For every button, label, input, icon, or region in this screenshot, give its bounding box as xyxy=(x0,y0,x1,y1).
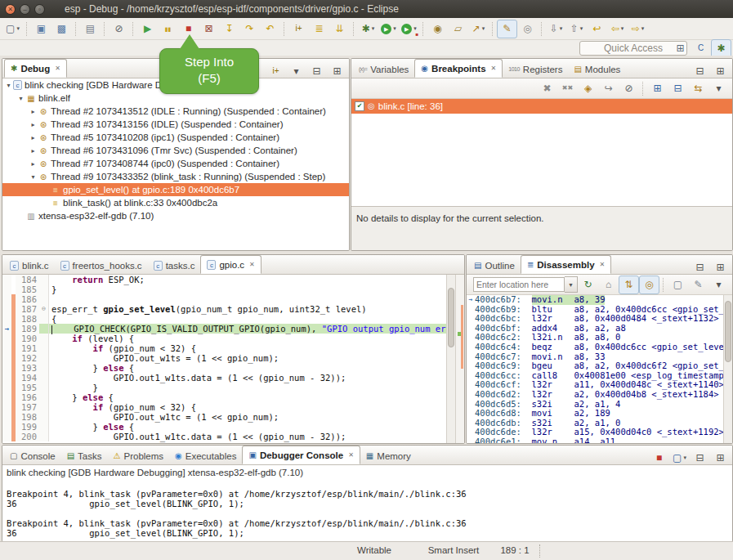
tab-tasks-c[interactable]: ctasks.c xyxy=(148,257,201,274)
tree-twistie-icon[interactable]: ▸ xyxy=(29,160,38,168)
tree-twistie-icon[interactable]: ▸ xyxy=(29,108,38,115)
instruction-stepping-toggle[interactable]: i+ xyxy=(266,61,286,80)
debug-tree-item[interactable]: ▾⊛Thread #9 1073433352 (blink_task : Run… xyxy=(2,170,349,183)
code-editor[interactable]: 184 return ESP_OK;185}186 187⊖esp_err_t … xyxy=(2,275,464,443)
run-button[interactable]: ▶▾ xyxy=(378,20,399,38)
skip-all-breakpoints-toggle[interactable]: ⊘ xyxy=(619,79,639,98)
debug-button[interactable]: ✱▾ xyxy=(358,20,378,38)
save-all-button[interactable]: ▩ xyxy=(51,20,72,38)
disassembly-line[interactable]: 400dc6e1: mov.na14, a11 xyxy=(467,437,732,443)
view-menu-button[interactable]: ▾ xyxy=(708,276,729,294)
console-output[interactable]: blink checking [GDB Hardware Debugging] … xyxy=(2,465,732,541)
external-tools-button[interactable]: ▶■▾ xyxy=(399,20,419,38)
debug-tree-item[interactable]: ▥xtensa-esp32-elf-gdb (7.10) xyxy=(2,209,349,222)
skip-all-breakpoints-button[interactable]: ⊘ xyxy=(109,20,129,38)
minimize-button[interactable]: ⊟ xyxy=(690,61,710,80)
open-resource-button[interactable]: ▱ xyxy=(448,20,468,38)
disassembly-listing[interactable]: →400dc6b7: movi.na8, 39400dc6b9: bltua8,… xyxy=(467,295,732,443)
code-line[interactable]: 185} xyxy=(2,284,464,294)
maximize-button[interactable]: ⊞ xyxy=(327,61,347,80)
suspend-button[interactable]: ▮▮ xyxy=(158,20,178,38)
resume-button[interactable]: ▶ xyxy=(137,20,158,38)
code-line[interactable]: 198 GPIO.out_w1tc = (1 << gpio_num); xyxy=(2,412,464,422)
code-line[interactable]: 187⊖esp_err_t gpio_set_level(gpio_num_t … xyxy=(2,304,464,314)
window-minimize-icon[interactable]: – xyxy=(20,4,30,15)
location-input[interactable] xyxy=(473,277,565,292)
breakpoints-list[interactable]: ✔ ◎ blink.c [line: 36] xyxy=(351,99,732,206)
breakpoint-row[interactable]: ✔ ◎ blink.c [line: 36] xyxy=(351,99,732,114)
forward-button[interactable]: ⇨▾ xyxy=(628,20,648,38)
tab-breakpoints[interactable]: ◉Breakpoints✕ xyxy=(414,59,503,78)
tab-blink-c[interactable]: cblink.c xyxy=(4,257,55,274)
minimize-button[interactable]: ⊟ xyxy=(690,448,710,467)
show-breakpoints-for-button[interactable]: ◈ xyxy=(578,79,598,98)
tree-twistie-icon[interactable]: ▸ xyxy=(29,134,38,141)
close-tab-icon[interactable]: ✕ xyxy=(55,65,60,72)
tree-twistie-icon[interactable]: ▾ xyxy=(29,173,38,181)
close-tab-icon[interactable]: ✕ xyxy=(249,261,255,268)
tab-disassembly[interactable]: ≣Disassembly✕ xyxy=(521,255,611,274)
tree-twistie-icon[interactable]: ▾ xyxy=(4,82,13,89)
debug-tree-item[interactable]: ▸⊛Thread #6 1073431096 (Tmr Svc) (Suspen… xyxy=(2,144,349,157)
debug-tree-item[interactable]: ≡gpio_set_level() at gpio.c:189 0x400dc6… xyxy=(2,183,349,196)
previous-annotation-button[interactable]: ⇧▾ xyxy=(566,20,587,38)
code-line[interactable]: 193 } else { xyxy=(2,363,464,373)
disassembly-scrollbar[interactable] xyxy=(723,295,732,443)
save-button[interactable]: ▣ xyxy=(31,20,51,38)
code-line[interactable]: 195 } xyxy=(2,383,464,392)
tab-gpio-c[interactable]: cgpio.c✕ xyxy=(200,255,261,274)
maximize-button[interactable]: ⊞ xyxy=(710,448,731,467)
expand-all-button[interactable]: ⊞ xyxy=(647,79,668,98)
tab-console[interactable]: ▢Console xyxy=(4,447,61,464)
collapse-all-button[interactable]: ⊟ xyxy=(668,79,688,98)
debug-tree-item[interactable]: ≡blink_task() at blink.c:33 0x400dbc2a xyxy=(2,196,349,209)
code-line[interactable]: 199 } else { xyxy=(2,422,464,432)
overview-annotation-changes[interactable] xyxy=(461,305,463,369)
debug-tree-item[interactable]: ▸⊛Thread #7 1073408744 (ipc0) (Suspended… xyxy=(2,157,349,170)
tab-memory[interactable]: ▦Memory xyxy=(360,447,417,464)
sync-active-context-toggle[interactable]: ⇅ xyxy=(619,276,639,294)
open-type-button[interactable]: ◉ xyxy=(427,20,448,38)
close-tab-icon[interactable]: ✕ xyxy=(491,65,497,72)
code-line[interactable]: 191 if (gpio_num < 32) { xyxy=(2,343,464,353)
new-wizard-button[interactable]: ▢▾ xyxy=(2,20,23,38)
maximize-button[interactable]: ⊞ xyxy=(710,61,731,80)
use-step-filters-button[interactable]: ≣ xyxy=(309,20,329,38)
tab-registers[interactable]: 1010Registers xyxy=(503,60,568,78)
tab-debugger-console[interactable]: ▣Debugger Console✕ xyxy=(242,446,360,464)
code-line[interactable]: 200 GPIO.out1_w1tc.data = (1 << (gpio_nu… xyxy=(2,432,464,441)
tree-twistie-icon[interactable]: ▸ xyxy=(29,147,38,155)
window-close-icon[interactable]: ✕ xyxy=(5,4,16,15)
breakpoint-checkbox[interactable]: ✔ xyxy=(355,101,364,111)
debug-tree-item[interactable]: ▸⊛Thread #5 1073410208 (ipc1) (Suspended… xyxy=(2,131,349,144)
tab-freertos-hooks-c[interactable]: cfreertos_hooks.c xyxy=(55,257,148,274)
tab-problems[interactable]: ⚠Problems xyxy=(108,447,170,464)
go-to-file-button[interactable]: ↪ xyxy=(598,79,619,98)
display-console-button[interactable]: ▢▾ xyxy=(669,448,690,467)
tab-debug[interactable]: ✱Debug✕ xyxy=(4,59,67,78)
window-maximize-icon[interactable]: ▫ xyxy=(34,4,45,15)
back-button[interactable]: ⇦▾ xyxy=(607,20,628,38)
step-into-button[interactable]: ↧ xyxy=(219,20,239,38)
minimize-button[interactable]: ⊟ xyxy=(690,258,710,276)
tab-tasks[interactable]: ▤Tasks xyxy=(61,447,108,464)
code-line[interactable]: 194 GPIO.out1_w1ts.data = (1 << (gpio_nu… xyxy=(2,373,464,383)
close-tab-icon[interactable]: ✕ xyxy=(600,261,606,268)
step-return-button[interactable]: ↶ xyxy=(260,20,280,38)
close-tab-icon[interactable]: ✕ xyxy=(348,451,354,459)
debug-tree-item[interactable]: ▸⊛Thread #3 1073413156 (IDLE) (Suspended… xyxy=(2,118,349,131)
tab-variables[interactable]: (x)=Variables xyxy=(353,60,414,78)
last-edit-location-button[interactable]: ↩ xyxy=(587,20,607,38)
code-line[interactable]: 196 } else { xyxy=(2,392,464,402)
track-expression-toggle[interactable]: ◎ xyxy=(639,276,659,294)
code-line[interactable]: 186 xyxy=(2,294,464,304)
view-menu-button[interactable]: ▾ xyxy=(708,79,729,98)
home-button[interactable]: ⌂ xyxy=(598,276,619,294)
mark-occurrences-button[interactable]: ✎ xyxy=(497,20,517,38)
save-as-button[interactable]: ▤ xyxy=(80,20,101,38)
minimize-button[interactable]: ⊟ xyxy=(306,61,327,80)
tab-outline[interactable]: ▤Outline xyxy=(468,257,521,274)
code-line[interactable]: 188{ xyxy=(2,314,464,324)
maximize-button[interactable]: ⊞ xyxy=(710,258,731,276)
terminate-console-button[interactable]: ■ xyxy=(649,448,669,467)
